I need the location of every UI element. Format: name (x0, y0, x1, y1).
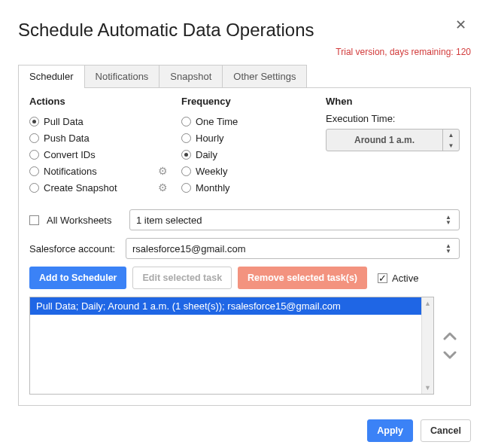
radio-icon (181, 150, 191, 160)
action-push-data[interactable]: Push Data (29, 130, 172, 146)
radio-icon (29, 183, 39, 193)
chevron-down-icon[interactable]: ▼ (443, 140, 459, 151)
edit-selected-task-button[interactable]: Edit selected task (132, 267, 232, 289)
when-column: When Execution Time: Around 1 a.m. ▲ ▼ (326, 96, 460, 196)
when-heading: When (326, 96, 460, 107)
move-up-button[interactable] (440, 331, 460, 340)
sf-account-value: rsalesforce15@gmail.com (132, 243, 245, 254)
frequency-hourly[interactable]: Hourly (181, 130, 317, 146)
radio-icon (29, 166, 39, 176)
worksheets-row: All Worksheets 1 item selected ▲▼ (29, 209, 460, 230)
radio-icon (181, 133, 191, 143)
action-pull-data[interactable]: Pull Data (29, 113, 172, 130)
radio-icon (29, 150, 39, 160)
tab-notifications[interactable]: Notifications (84, 65, 160, 87)
cancel-button[interactable]: Cancel (421, 419, 471, 442)
frequency-label: One Time (196, 116, 238, 127)
action-label: Notifications (44, 166, 97, 177)
sf-account-row: Salesforce account: rsalesforce15@gmail.… (29, 238, 460, 259)
frequency-label: Daily (196, 149, 217, 160)
gear-icon[interactable]: ⚙ (158, 165, 172, 177)
tab-snapshot[interactable]: Snapshot (159, 65, 223, 87)
frequency-daily[interactable]: Daily (181, 146, 317, 163)
scrollbar[interactable]: ▲ ▼ (421, 297, 433, 394)
action-notifications[interactable]: Notifications ⚙ (29, 163, 172, 179)
radio-icon (181, 166, 191, 176)
scroll-down-icon[interactable]: ▼ (422, 382, 433, 394)
move-down-button[interactable] (440, 351, 460, 360)
execution-time-value: Around 1 a.m. (327, 130, 442, 151)
scheduler-panel: Actions Pull Data Push Data Convert IDs … (18, 88, 471, 406)
action-label: Push Data (44, 133, 90, 144)
stepper-arrows: ▲ ▼ (442, 130, 459, 151)
radio-icon (29, 117, 39, 126)
sf-account-label: Salesforce account: (29, 243, 118, 254)
action-create-snapshot[interactable]: Create Snapshot ⚙ (29, 179, 172, 196)
add-to-scheduler-button[interactable]: Add to Scheduler (29, 267, 126, 289)
radio-icon (181, 117, 191, 126)
gear-icon[interactable]: ⚙ (158, 181, 172, 194)
worksheet-select-value: 1 item selected (136, 215, 202, 226)
execution-time-stepper[interactable]: Around 1 a.m. ▲ ▼ (326, 129, 460, 151)
scroll-up-icon[interactable]: ▲ (422, 297, 433, 309)
task-listbox[interactable]: Pull Data; Daily; Around 1 a.m. (1 sheet… (29, 297, 434, 395)
radio-icon (29, 133, 39, 143)
frequency-monthly[interactable]: Monthly (181, 179, 317, 196)
worksheet-select[interactable]: 1 item selected ▲▼ (129, 209, 460, 230)
trial-notice: Trial version, days remaining: 120 (18, 47, 471, 57)
chevron-up-icon (443, 331, 457, 340)
actions-column: Actions Pull Data Push Data Convert IDs … (29, 96, 172, 196)
active-label: Active (392, 273, 418, 284)
task-item[interactable]: Pull Data; Daily; Around 1 a.m. (1 sheet… (30, 297, 433, 315)
select-arrows-icon: ▲▼ (444, 243, 453, 254)
schedule-dialog: Schedule Automatic Data Operations ✕ Tri… (0, 0, 489, 448)
task-list-wrap: Pull Data; Daily; Around 1 a.m. (1 sheet… (29, 297, 460, 395)
frequency-one-time[interactable]: One Time (181, 113, 317, 130)
dialog-header: Schedule Automatic Data Operations ✕ (18, 14, 471, 44)
tab-bar: Scheduler Notifications Snapshot Other S… (18, 65, 471, 88)
active-checkbox[interactable] (378, 273, 387, 283)
action-convert-ids[interactable]: Convert IDs (29, 146, 172, 163)
all-worksheets-checkbox[interactable] (29, 215, 39, 225)
dialog-footer: Apply Cancel (18, 419, 471, 442)
execution-time-label: Execution Time: (326, 113, 460, 124)
remove-selected-tasks-button[interactable]: Remove selected task(s) (238, 267, 367, 289)
select-arrows-icon: ▲▼ (444, 215, 453, 225)
apply-button[interactable]: Apply (367, 419, 413, 442)
frequency-column: Frequency One Time Hourly Daily Weekly (181, 96, 317, 196)
reorder-controls (440, 297, 460, 395)
actions-heading: Actions (29, 96, 172, 107)
action-label: Create Snapshot (44, 182, 117, 194)
tab-other-settings[interactable]: Other Settings (222, 65, 307, 87)
sf-account-select[interactable]: rsalesforce15@gmail.com ▲▼ (126, 238, 460, 259)
frequency-label: Monthly (196, 182, 230, 194)
frequency-weekly[interactable]: Weekly (181, 163, 317, 179)
radio-icon (181, 183, 191, 193)
frequency-heading: Frequency (181, 96, 317, 107)
frequency-label: Hourly (196, 133, 224, 144)
close-icon[interactable]: ✕ (451, 14, 471, 36)
chevron-up-icon[interactable]: ▲ (443, 130, 459, 140)
task-buttons-row: Add to Scheduler Edit selected task Remo… (29, 267, 460, 289)
all-worksheets-label: All Worksheets (47, 215, 122, 226)
chevron-down-icon (443, 351, 457, 360)
dialog-title: Schedule Automatic Data Operations (18, 20, 314, 41)
active-toggle[interactable]: Active (378, 273, 418, 284)
frequency-label: Weekly (196, 166, 227, 177)
tab-scheduler[interactable]: Scheduler (18, 65, 85, 87)
action-label: Convert IDs (44, 149, 96, 160)
action-label: Pull Data (44, 116, 84, 127)
